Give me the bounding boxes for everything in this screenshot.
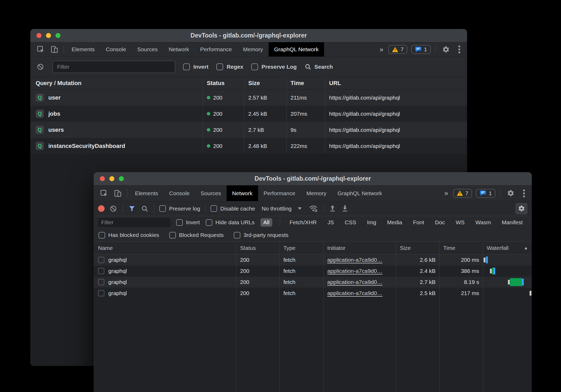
device-toolbar-icon[interactable] [112,185,124,201]
clear-icon[interactable] [36,57,45,77]
column-header-waterfall[interactable]: Waterfall ▲ [483,242,532,254]
row-checkbox[interactable] [98,268,104,274]
network-settings-gear-icon[interactable] [515,203,527,214]
settings-gear-icon[interactable] [440,42,452,57]
type-filter-css[interactable]: CSS [343,218,358,227]
initiator-link[interactable]: application-a7ca9d0… [327,268,382,274]
table-row[interactable]: graphql 200 fetch application-a7ca9d0… 2… [94,254,532,265]
minimize-button[interactable] [109,176,114,181]
titlebar[interactable]: DevTools - gitlab.com/-/graphql-explorer [30,29,467,42]
close-button[interactable] [100,176,105,181]
type-filter-all[interactable]: All [260,218,272,227]
zoom-button[interactable] [119,176,124,181]
type-filter-media[interactable]: Media [386,218,404,227]
waterfall-cell[interactable] [483,265,532,277]
tab-graphql-network[interactable]: GraphQL Network [269,42,324,57]
close-button[interactable] [36,33,41,38]
settings-gear-icon[interactable] [505,185,517,201]
issues-badge[interactable]: 1 [476,189,495,198]
warnings-badge[interactable]: 7 [453,189,472,198]
throttling-dropdown[interactable]: No throttling [260,206,304,212]
device-toolbar-icon[interactable] [48,42,60,57]
tab-network[interactable]: Network [163,42,195,57]
filter-input[interactable] [53,61,175,73]
type-filter-ws[interactable]: WS [454,218,466,227]
kebab-menu-icon[interactable] [456,42,463,57]
type-filter-js[interactable]: JS [326,218,336,227]
inspect-element-icon[interactable] [35,42,47,57]
table-row[interactable]: graphql 200 fetch application-a7ca9d0… 2… [94,277,532,288]
kebab-menu-icon[interactable] [521,185,527,201]
initiator-link[interactable]: application-a7ca9d0… [327,279,382,285]
tab-performance[interactable]: Performance [195,42,237,57]
column-header-initiator[interactable]: Initiator [323,242,396,254]
column-header-time[interactable]: Time [286,77,325,89]
table-row[interactable]: Qusers 200 2.7 kB 9s https://gitlab.com/… [30,122,467,138]
regex-checkbox[interactable]: Regex [216,63,243,70]
type-filter-font[interactable]: Font [412,218,426,227]
column-header-size[interactable]: Size [244,77,286,89]
tab-sources[interactable]: Sources [195,185,227,201]
table-row[interactable]: QinstanceSecurityDashboard 200 2.48 kB 2… [30,138,467,154]
zoom-button[interactable] [55,33,60,38]
table-row[interactable]: graphql 200 fetch application-a7ca9d0… 2… [94,265,532,277]
column-header-size[interactable]: Size [396,242,439,254]
export-har-icon[interactable] [341,201,349,216]
invert-checkbox[interactable]: Invert [183,63,208,70]
tab-elements[interactable]: Elements [129,185,164,201]
tab-performance[interactable]: Performance [258,185,301,201]
type-filter-fetch-xhr[interactable]: Fetch/XHR [288,218,318,227]
more-tabs-icon[interactable]: » [378,45,384,54]
invert-checkbox[interactable]: Invert [176,219,200,226]
tab-console[interactable]: Console [164,185,195,201]
column-header-url[interactable]: URL [325,77,467,89]
filter-input[interactable] [98,218,170,227]
third-party-requests-checkbox[interactable]: 3rd-party requests [234,232,288,239]
row-checkbox[interactable] [98,257,104,263]
record-network-log-button[interactable] [98,205,105,212]
preserve-log-checkbox[interactable]: Preserve Log [251,63,297,70]
blocked-requests-checkbox[interactable]: Blocked Requests [169,232,224,239]
initiator-link[interactable]: application-a7ca9d0… [327,290,382,296]
clear-icon[interactable] [109,201,118,216]
hide-data-urls-checkbox[interactable]: Hide data URLs [206,219,255,226]
tab-memory[interactable]: Memory [301,185,332,201]
table-row[interactable]: Qjobs 200 2.45 kB 207ms https://gitlab.c… [30,106,467,122]
table-row[interactable]: graphql 200 fetch application-a7ca9d0… 2… [94,288,532,299]
issues-badge[interactable]: 1 [411,45,431,54]
type-filter-manifest[interactable]: Manifest [500,218,524,227]
filter-funnel-icon[interactable] [128,201,136,216]
row-checkbox[interactable] [98,290,104,296]
tab-console[interactable]: Console [100,42,132,57]
more-tabs-icon[interactable]: » [443,189,449,197]
tab-elements[interactable]: Elements [66,42,100,57]
import-har-icon[interactable] [329,201,336,216]
preserve-log-checkbox[interactable]: Preserve log [159,205,200,212]
search-toggle[interactable]: Search [305,63,333,70]
titlebar[interactable]: DevTools - gitlab.com/-/graphql-explorer [94,172,532,185]
column-header-type[interactable]: Type [279,242,323,254]
has-blocked-cookies-checkbox[interactable]: Has blocked cookies [99,232,159,239]
tab-sources[interactable]: Sources [132,42,163,57]
column-header-name[interactable]: Name [94,242,236,254]
tab-graphql-network[interactable]: GraphQL Network [332,185,387,201]
type-filter-wasm[interactable]: Wasm [474,218,493,227]
row-checkbox[interactable] [98,279,104,285]
network-conditions-icon[interactable] [308,201,318,216]
waterfall-cell[interactable] [483,277,532,288]
warnings-badge[interactable]: 7 [388,45,408,54]
table-row[interactable]: Quser 200 2.57 kB 211ms https://gitlab.c… [30,90,467,106]
type-filter-img[interactable]: Img [366,218,378,227]
disable-cache-checkbox[interactable]: Disable cache [211,205,255,212]
waterfall-cell[interactable] [483,288,532,299]
initiator-link[interactable]: application-a7ca9d0… [327,257,382,263]
type-filter-doc[interactable]: Doc [433,218,446,227]
search-icon[interactable] [141,201,149,216]
column-header-query[interactable]: Query / Mutation [30,77,203,89]
waterfall-cell[interactable] [483,254,532,265]
tab-network[interactable]: Network [227,185,258,201]
column-header-status[interactable]: Status [203,77,244,89]
tab-memory[interactable]: Memory [237,42,269,57]
inspect-element-icon[interactable] [98,185,110,201]
column-header-status[interactable]: Status [236,242,279,254]
